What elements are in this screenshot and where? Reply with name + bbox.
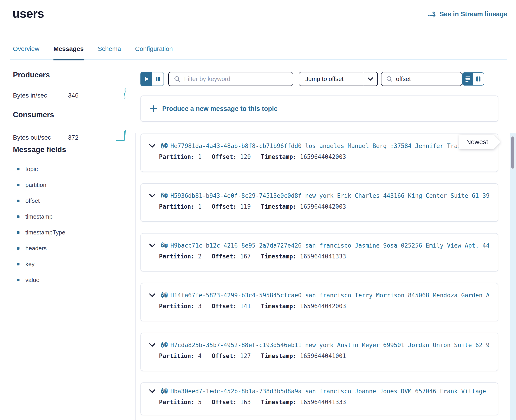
tab-messages[interactable]: Messages — [54, 45, 84, 60]
message-list-scrollbar[interactable] — [510, 133, 516, 420]
tab-underline-track — [10, 59, 507, 60]
timestamp-meta: Timestamp: 1659644041001 — [261, 352, 346, 359]
field-bullet-icon — [17, 168, 19, 170]
plus-icon — [150, 105, 157, 112]
bytes-out-value: 372 — [68, 134, 79, 141]
field-bullet-icon — [17, 263, 19, 265]
field-label: topic — [25, 166, 38, 173]
offset-value: 141 — [240, 303, 251, 310]
offset-meta: Offset: 163 — [212, 399, 251, 405]
message-field-item[interactable]: partition — [13, 177, 127, 193]
timestamp-value: 1659644041001 — [300, 352, 346, 359]
expand-chevron-icon[interactable] — [149, 389, 156, 394]
message-card[interactable]: ��H7cda825b-35b7-4952-88ef-c193d546eb11 … — [140, 333, 498, 371]
timestamp-meta: Timestamp: 1659644042003 — [261, 203, 346, 210]
offset-search-input[interactable]: offset — [381, 72, 462, 86]
binary-marker: �� — [161, 142, 168, 149]
message-field-item[interactable]: offset — [13, 193, 127, 209]
stream-lineage-icon — [428, 11, 436, 18]
message-card[interactable]: ��H14fa67fe-5823-4299-b3c4-595845cfcae0 … — [140, 283, 498, 321]
select-chevron-zone[interactable] — [363, 72, 377, 86]
messages-toolbar: Filter by keyword Jump to offset of — [140, 72, 498, 86]
offset-meta: Offset: 141 — [212, 303, 251, 310]
column-view-icon — [476, 76, 481, 82]
expand-chevron-icon[interactable] — [149, 144, 156, 148]
binary-marker: �� — [161, 388, 168, 395]
filter-placeholder: Filter by keyword — [184, 75, 230, 82]
jump-to-offset-select[interactable]: Jump to offset — [299, 72, 378, 86]
message-text: H9bacc71c-b12c-4216-8e95-2a7da727e426 sa… — [170, 242, 489, 249]
field-label: headers — [25, 245, 47, 252]
expand-chevron-icon[interactable] — [149, 194, 156, 198]
message-field-item[interactable]: timestampType — [13, 225, 127, 240]
offset-value: 120 — [240, 153, 251, 160]
pause-button[interactable] — [152, 72, 163, 86]
tab-schema[interactable]: Schema — [98, 45, 121, 60]
partition-meta: Partition: 2 — [159, 253, 202, 260]
message-card[interactable]: ��Hba30eed7-1edc-452b-8b1a-738d3b5d8a9a … — [140, 382, 498, 415]
expand-chevron-icon[interactable] — [149, 293, 156, 298]
offset-value: 119 — [240, 203, 251, 210]
message-card[interactable]: ��H5936db81-b943-4e0f-8c29-74513e0c0d8f … — [140, 183, 498, 222]
newest-tooltip-label: Newest — [466, 138, 488, 146]
field-label: key — [25, 261, 34, 268]
bytes-in-metric: Bytes in/sec 346 — [13, 88, 127, 99]
scrollbar-thumb[interactable] — [511, 136, 515, 169]
bytes-in-value: 346 — [68, 92, 79, 99]
expand-chevron-icon[interactable] — [149, 343, 156, 347]
binary-marker: �� — [161, 192, 168, 199]
filter-keyword-input[interactable]: Filter by keyword — [168, 72, 293, 86]
message-key-value-preview: ��H9bacc71c-b12c-4216-8e95-2a7da727e426 … — [161, 242, 489, 249]
column-view-button[interactable] — [473, 73, 484, 85]
message-card[interactable]: ��H9bacc71c-b12c-4216-8e95-2a7da727e426 … — [140, 233, 498, 271]
expand-chevron-icon[interactable] — [149, 243, 156, 248]
list-view-icon — [465, 76, 470, 82]
message-text: H5936db81-b943-4e0f-8c29-74513e0c0d8f ne… — [170, 192, 489, 199]
play-pause-toggle — [140, 72, 164, 86]
message-metadata-row: Partition: 1 Offset: 119 Timestamp: 1659… — [149, 203, 489, 210]
tooltip-arrow — [493, 135, 500, 149]
message-field-item[interactable]: key — [13, 256, 127, 272]
offset-meta: Offset: 167 — [212, 253, 251, 260]
topic-tabs: Overview Messages Schema Configuration — [13, 45, 173, 60]
message-summary-row: ��H5936db81-b943-4e0f-8c29-74513e0c0d8f … — [149, 192, 489, 199]
play-button[interactable] — [141, 72, 152, 86]
message-field-item[interactable]: topic — [13, 161, 127, 177]
messages-panel: Filter by keyword Jump to offset of — [140, 72, 498, 415]
partition-value: 2 — [198, 253, 202, 260]
message-metadata-row: Partition: 3 Offset: 141 Timestamp: 1659… — [149, 303, 489, 310]
message-fields-section: Message fields topic partition — [13, 145, 127, 288]
timestamp-value: 1659644042003 — [300, 203, 346, 210]
partition-value: 5 — [198, 399, 202, 405]
timestamp-meta: Timestamp: 1659644041333 — [261, 399, 346, 405]
message-text: Hba30eed7-1edc-452b-8b1a-738d3b5d8a9a sa… — [170, 388, 489, 395]
message-field-item[interactable]: value — [13, 272, 127, 288]
partition-meta: Partition: 4 — [159, 352, 202, 359]
partition-meta: Partition: 3 — [159, 303, 202, 310]
message-card[interactable]: ��He77981da-4a43-48ab-b8f8-cb71b96ffdd0 … — [140, 134, 498, 172]
search-icon — [174, 75, 181, 82]
timestamp-value: 1659644041333 — [300, 253, 346, 260]
consumers-section: Consumers Bytes out/sec 372 — [13, 110, 127, 141]
field-label: offset — [25, 197, 40, 204]
timestamp-meta: Timestamp: 1659644041333 — [261, 253, 346, 260]
list-view-button[interactable] — [462, 73, 473, 85]
page-title: users — [12, 6, 44, 20]
message-key-value-preview: ��H5936db81-b943-4e0f-8c29-74513e0c0d8f … — [161, 192, 489, 199]
tab-configuration[interactable]: Configuration — [135, 45, 173, 60]
message-summary-row: ��He77981da-4a43-48ab-b8f8-cb71b96ffdd0 … — [149, 142, 489, 149]
see-in-stream-lineage-link[interactable]: See in Stream lineage — [428, 10, 507, 18]
offset-meta: Offset: 119 — [212, 203, 251, 210]
topic-messages-page: users See in Stream lineage Overview Mes… — [0, 0, 516, 420]
message-metadata-row: Partition: 4 Offset: 127 Timestamp: 1659… — [149, 352, 489, 359]
partition-value: 3 — [198, 303, 202, 310]
message-field-item[interactable]: timestamp — [13, 209, 127, 225]
produce-message-button[interactable]: Produce a new message to this topic — [140, 96, 498, 122]
view-mode-toggle — [462, 72, 484, 86]
field-bullet-icon — [17, 231, 19, 234]
message-field-item[interactable]: headers — [13, 240, 127, 256]
partition-value: 4 — [198, 352, 202, 359]
message-key-value-preview: ��H14fa67fe-5823-4299-b3c4-595845cfcae0 … — [161, 292, 489, 299]
tab-overview[interactable]: Overview — [13, 45, 39, 60]
content-divider — [135, 133, 136, 420]
